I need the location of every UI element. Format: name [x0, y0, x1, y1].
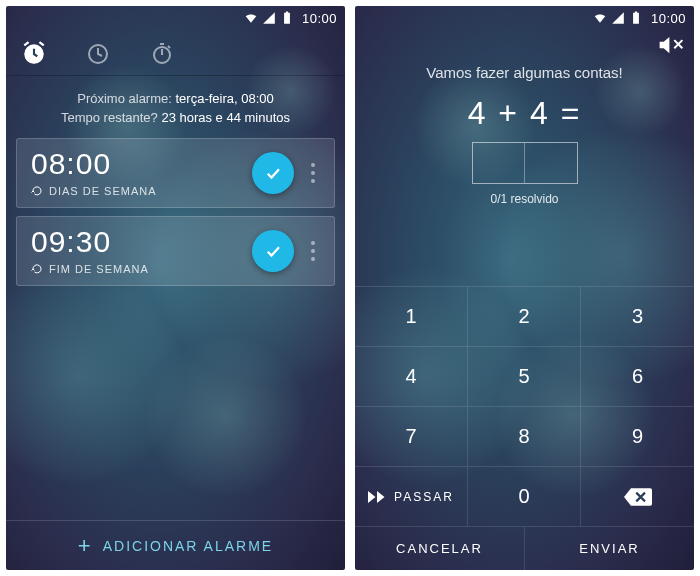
check-icon [264, 164, 282, 182]
remaining-value: 23 horas e 44 minutos [161, 110, 290, 125]
tab-timer[interactable] [76, 41, 120, 65]
tab-alarm[interactable] [12, 40, 56, 66]
alarm-time: 09:30 [31, 227, 252, 257]
key-3[interactable]: 3 [581, 286, 694, 346]
math-progress: 0/1 resolvido [355, 184, 694, 206]
next-alarm-info: Próximo alarme: terça-feira, 08:00 Tempo… [6, 76, 345, 138]
plus-icon: + [78, 535, 93, 557]
key-1[interactable]: 1 [355, 286, 468, 346]
send-button[interactable]: ENVIAR [525, 527, 694, 570]
signal-icon [611, 11, 625, 25]
wifi-icon [244, 11, 258, 25]
status-time: 10:00 [302, 11, 337, 26]
key-8[interactable]: 8 [468, 406, 581, 466]
add-alarm-button[interactable]: + ADICIONAR ALARME [6, 520, 345, 570]
alarm-clock-icon [21, 40, 47, 66]
alarm-list-screen: 10:00 Próximo alarme: ter [6, 6, 345, 570]
alarm-toggle[interactable] [252, 152, 294, 194]
key-pass-label: PASSAR [394, 490, 454, 504]
add-alarm-label: ADICIONAR ALARME [103, 538, 273, 554]
battery-icon [629, 11, 643, 25]
skip-icon [368, 491, 386, 503]
remaining-label: Tempo restante? [61, 110, 158, 125]
alarm-list: 08:00 DIAS DE SEMANA 09:30 FIM DE SEMANA [6, 138, 345, 286]
alarm-menu[interactable] [300, 163, 326, 183]
wifi-icon [593, 11, 607, 25]
repeat-icon [31, 185, 43, 197]
alarm-repeat-label: FIM DE SEMANA [49, 263, 149, 275]
cancel-button[interactable]: CANCELAR [355, 527, 525, 570]
key-backspace[interactable] [581, 466, 694, 526]
alarm-card[interactable]: 09:30 FIM DE SEMANA [16, 216, 335, 286]
key-7[interactable]: 7 [355, 406, 468, 466]
status-time: 10:00 [651, 11, 686, 26]
key-9[interactable]: 9 [581, 406, 694, 466]
math-challenge-screen: 10:00 Vamos fazer algumas contas! 4 + 4 … [355, 6, 694, 570]
backspace-icon [624, 488, 652, 506]
key-2[interactable]: 2 [468, 286, 581, 346]
math-header: Vamos fazer algumas contas! [355, 30, 694, 81]
alarm-time: 08:00 [31, 149, 252, 179]
stopwatch-icon [150, 41, 174, 65]
status-bar: 10:00 [6, 6, 345, 30]
tab-stopwatch[interactable] [140, 41, 184, 65]
alarm-repeat-label: DIAS DE SEMANA [49, 185, 157, 197]
check-icon [264, 242, 282, 260]
math-equation: 4 + 4 = [355, 81, 694, 142]
alarm-menu[interactable] [300, 241, 326, 261]
tab-bar [6, 30, 345, 76]
key-5[interactable]: 5 [468, 346, 581, 406]
key-pass[interactable]: PASSAR [355, 466, 468, 526]
keypad: 1 2 3 4 5 6 7 8 9 PASSAR 0 [355, 286, 694, 526]
action-bar: CANCELAR ENVIAR [355, 526, 694, 570]
repeat-icon [31, 263, 43, 275]
hourglass-icon [86, 41, 110, 65]
signal-icon [262, 11, 276, 25]
status-bar: 10:00 [355, 6, 694, 30]
key-0[interactable]: 0 [468, 466, 581, 526]
key-6[interactable]: 6 [581, 346, 694, 406]
alarm-card[interactable]: 08:00 DIAS DE SEMANA [16, 138, 335, 208]
battery-icon [280, 11, 294, 25]
key-4[interactable]: 4 [355, 346, 468, 406]
alarm-toggle[interactable] [252, 230, 294, 272]
next-alarm-label: Próximo alarme: [77, 91, 172, 106]
answer-input[interactable] [472, 142, 578, 184]
next-alarm-value: terça-feira, 08:00 [175, 91, 273, 106]
